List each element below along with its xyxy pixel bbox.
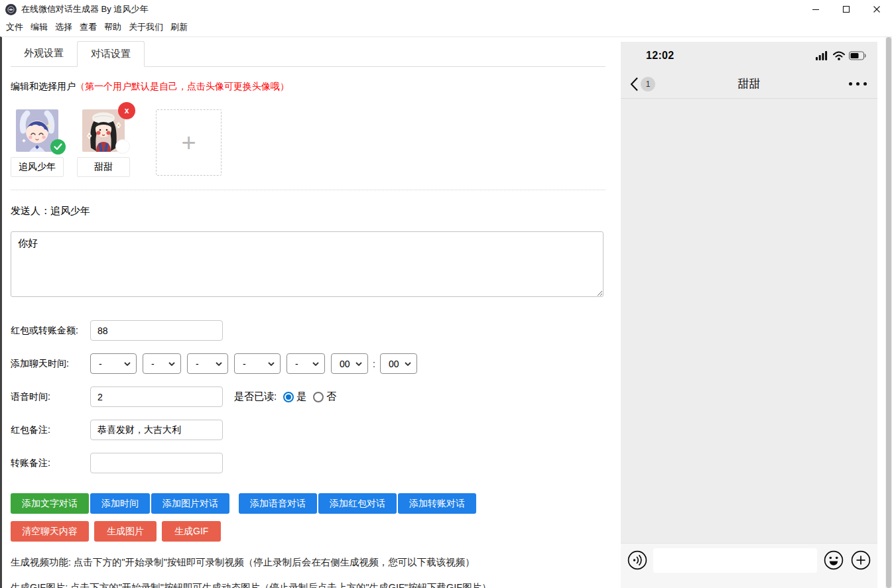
menu-item-refresh[interactable]: 刷新	[170, 21, 188, 33]
menu-item-select[interactable]: 选择	[55, 21, 72, 33]
menu-bar: 文件 编辑 选择 查看 帮助 关于我们 刷新	[0, 19, 892, 36]
chevron-down-icon	[268, 362, 275, 366]
generate-image-button[interactable]: 生成图片	[94, 521, 157, 542]
user-section-hint: （第一个用户默认是自己，点击头像可更换头像哦）	[76, 81, 289, 91]
read-status-group: 是否已读: 是 否	[234, 390, 336, 403]
transfer-note-input[interactable]	[90, 453, 223, 473]
emoji-icon[interactable]	[824, 550, 844, 570]
user-section-title: 编辑和选择用户	[11, 81, 76, 91]
hour-select[interactable]: 00	[331, 353, 368, 374]
remove-user-button[interactable]: x	[118, 102, 135, 119]
phone-nav-bar: 1 甜甜	[621, 70, 877, 99]
add-transfer-dialog-button[interactable]: 添加转账对话	[398, 493, 476, 514]
read-yes-radio[interactable]	[283, 392, 294, 402]
close-button[interactable]	[861, 0, 892, 19]
window-title: 在线微信对话生成器 By 追风少年	[21, 3, 148, 15]
status-time: 12:02	[646, 50, 674, 62]
generate-gif-button[interactable]: 生成GIF	[162, 521, 221, 542]
window-scrollbar	[885, 37, 892, 588]
add-user-button[interactable]: +	[156, 109, 222, 176]
video-help-text: 生成视频功能: 点击下方的"开始录制"按钮即可录制视频（停止录制后会在右侧生成视…	[11, 556, 617, 569]
voice-icon[interactable]	[627, 550, 647, 570]
time-colon: :	[373, 359, 375, 369]
sender-line: 发送人：追风少年	[11, 205, 617, 217]
chevron-down-icon	[405, 362, 411, 366]
section-divider	[11, 190, 605, 190]
amount-label: 红包或转账金额:	[11, 325, 90, 337]
chat-text-input[interactable]	[653, 548, 817, 573]
status-icons	[816, 51, 867, 60]
add-image-dialog-button[interactable]: 添加图片对话	[151, 493, 229, 514]
chevron-down-icon	[168, 362, 175, 366]
wechat-preview-panel: 12:02	[621, 42, 877, 588]
add-text-dialog-button[interactable]: 添加文字对话	[11, 493, 89, 514]
chat-time-select-1[interactable]: -	[90, 353, 137, 374]
generate-buttons-row: 清空聊天内容 生成图片 生成GIF	[11, 521, 617, 542]
add-buttons-row: 添加文字对话 添加时间 添加图片对话 添加语音对话 添加红包对话 添加转账对话	[11, 493, 617, 514]
chevron-down-icon	[124, 362, 131, 366]
amount-row: 红包或转账金额:	[11, 320, 617, 341]
plus-icon[interactable]	[851, 550, 871, 570]
user-section-label: 编辑和选择用户（第一个用户默认是自己，点击头像可更换头像哦）	[11, 81, 617, 93]
chat-time-select-4[interactable]: -	[234, 353, 281, 374]
menu-item-edit[interactable]: 编辑	[31, 21, 48, 33]
voice-time-label: 语音时间:	[11, 391, 90, 403]
menu-item-file[interactable]: 文件	[6, 21, 23, 33]
chat-input-bar	[621, 543, 877, 588]
amount-input[interactable]	[90, 320, 223, 341]
message-textarea[interactable]: 你好	[11, 231, 604, 297]
add-redpacket-dialog-button[interactable]: 添加红包对话	[318, 493, 397, 514]
more-icon[interactable]	[849, 82, 867, 86]
battery-icon	[849, 51, 867, 60]
menu-item-view[interactable]: 查看	[80, 21, 97, 33]
transfer-note-label: 转账备注:	[11, 457, 90, 469]
sender-name: 追风少年	[50, 205, 90, 216]
chat-time-select-2[interactable]: -	[143, 353, 181, 374]
chat-time-row: 添加聊天时间: - - - - - 00 : 00	[11, 353, 617, 374]
user-name-zhuifengshaonian[interactable]: 追风少年	[11, 157, 64, 177]
app-window: 在线微信对话生成器 By 追风少年 文件 编辑 选择 查看 帮助 关于我们 刷新…	[0, 0, 892, 588]
redpacket-note-input[interactable]	[90, 420, 223, 440]
menu-item-help[interactable]: 帮助	[104, 21, 121, 33]
avatar-tiantian[interactable]: x	[82, 109, 125, 152]
wifi-icon	[832, 51, 846, 60]
chevron-down-icon	[216, 362, 222, 366]
voice-time-input[interactable]	[90, 386, 223, 407]
unselected-circle-badge[interactable]	[115, 139, 130, 154]
gif-help-text: 生成GIF图片: 点击下方的"开始录制"按钮即可生成动态图片（停止录制后点击上方…	[11, 581, 617, 588]
menu-item-about[interactable]: 关于我们	[129, 21, 163, 33]
chat-title: 甜甜	[621, 76, 877, 91]
read-no-radio[interactable]	[313, 392, 324, 402]
transfer-note-row: 转账备注:	[11, 453, 617, 473]
settings-panel: 外观设置 对话设置 编辑和选择用户（第一个用户默认是自己，点击头像可更换头像哦）	[2, 37, 617, 588]
scrollbar-thumb[interactable]	[886, 37, 891, 588]
redpacket-note-row: 红包备注:	[11, 420, 617, 440]
chevron-down-icon	[355, 362, 362, 366]
tab-appearance-settings[interactable]: 外观设置	[11, 41, 77, 67]
minimize-button[interactable]	[800, 0, 831, 19]
chat-time-select-5[interactable]: -	[287, 353, 325, 374]
redpacket-note-label: 红包备注:	[11, 424, 90, 436]
chat-time-select-3[interactable]: -	[187, 353, 228, 374]
user-list: 追风少年	[11, 109, 617, 177]
user-card-self: 追风少年	[11, 109, 64, 177]
chat-message-area	[621, 99, 877, 543]
clear-chat-button[interactable]: 清空聊天内容	[11, 521, 89, 542]
app-icon	[5, 4, 17, 15]
selected-check-badge	[50, 139, 66, 154]
phone-status-bar: 12:02	[621, 42, 877, 70]
read-no-label[interactable]: 否	[326, 390, 336, 403]
chevron-down-icon	[312, 362, 319, 366]
minute-select[interactable]: 00	[380, 353, 417, 374]
avatar-zhuifengshaonian[interactable]	[16, 109, 58, 152]
read-yes-label[interactable]: 是	[296, 390, 306, 403]
sender-label: 发送人：	[11, 205, 50, 216]
chat-time-label: 添加聊天时间:	[11, 358, 90, 370]
tab-dialog-settings[interactable]: 对话设置	[77, 41, 145, 67]
add-voice-dialog-button[interactable]: 添加语音对话	[239, 493, 317, 514]
maximize-button[interactable]	[831, 0, 861, 19]
tab-bar: 外观设置 对话设置	[11, 40, 605, 67]
content-area: 外观设置 对话设置 编辑和选择用户（第一个用户默认是自己，点击头像可更换头像哦）	[0, 36, 892, 588]
user-name-tiantian[interactable]: 甜甜	[77, 157, 130, 177]
add-time-button[interactable]: 添加时间	[90, 493, 150, 514]
